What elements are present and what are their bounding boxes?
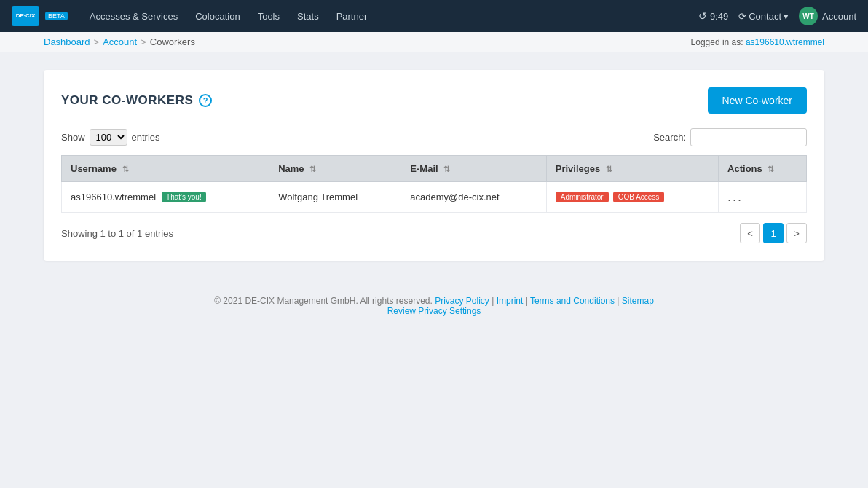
search-input[interactable]: [690, 128, 807, 146]
username-cell: as196610.wtremmel That's you!: [71, 192, 260, 202]
site-footer: © 2021 DE-CIX Management GmbH. All right…: [0, 278, 868, 328]
thats-you-badge: That's you!: [162, 192, 206, 202]
col-name-sort-icon: ⇅: [309, 165, 316, 173]
footer-link-terms[interactable]: Terms and Conditions: [530, 296, 615, 306]
cell-email: academy@de-cix.net: [401, 182, 546, 213]
logged-in-label: Logged in as:: [691, 37, 743, 47]
col-actions[interactable]: Actions ⇅: [719, 156, 807, 182]
footer-copyright: © 2021 DE-CIX Management GmbH. All right…: [214, 296, 433, 306]
col-name-label: Name: [278, 163, 304, 174]
nav-link-tools[interactable]: Tools: [250, 7, 287, 26]
page-title-area: YOUR CO-WORKERS ?: [61, 93, 212, 108]
breadcrumb: Dashboard > Account > Coworkers: [44, 36, 195, 47]
logged-in-user: as196610.wtremmel: [746, 37, 824, 47]
breadcrumb-sep-2: >: [141, 36, 146, 47]
main-content: YOUR CO-WORKERS ? New Co-worker Show 100…: [0, 52, 868, 278]
table-row: as196610.wtremmel That's you! Wolfgang T…: [62, 182, 807, 213]
footer-line-1: © 2021 DE-CIX Management GmbH. All right…: [12, 296, 856, 306]
nav-link-partner[interactable]: Partner: [329, 7, 375, 26]
table-footer: Showing 1 to 1 of 1 entries < 1 >: [61, 223, 807, 243]
pagination-prev[interactable]: <: [740, 223, 760, 243]
privilege-badges: Administrator OOB Access: [556, 192, 709, 202]
search-label: Search:: [653, 132, 686, 143]
nav-link-colocation[interactable]: Colocation: [188, 7, 247, 26]
nav-time: ↺ 9:49: [698, 10, 728, 22]
badge-administrator: Administrator: [556, 192, 609, 202]
card-header: YOUR CO-WORKERS ? New Co-worker: [61, 87, 807, 114]
show-entries: Show 100 10 25 50 entries: [61, 129, 160, 146]
col-privileges-sort-icon: ⇅: [606, 165, 612, 173]
col-username-sort-icon: ⇅: [122, 165, 129, 173]
nav-links: Accesses & Services Colocation Tools Sta…: [82, 7, 684, 26]
nav-link-stats[interactable]: Stats: [290, 7, 326, 26]
col-actions-label: Actions: [727, 163, 762, 174]
entries-label: entries: [132, 132, 160, 143]
col-privileges[interactable]: Privileges ⇅: [546, 156, 718, 182]
clock-time: 9:49: [710, 11, 728, 22]
footer-link-privacy[interactable]: Privacy Policy: [435, 296, 489, 306]
col-privileges-label: Privileges: [556, 163, 600, 174]
table-header-row: Username ⇅ Name ⇅ E-Mail ⇅ Privileges ⇅: [62, 156, 807, 182]
col-email-label: E-Mail: [410, 163, 438, 174]
showing-text: Showing 1 to 1 of 1 entries: [61, 228, 173, 239]
footer-link-sitemap[interactable]: Sitemap: [622, 296, 654, 306]
username-value: as196610.wtremmel: [71, 192, 156, 202]
pagination-next[interactable]: >: [786, 223, 807, 243]
contact-label: Contact: [749, 11, 781, 22]
pagination: < 1 >: [740, 223, 807, 243]
nav-link-accesses[interactable]: Accesses & Services: [82, 7, 185, 26]
actions-menu-button[interactable]: ...: [727, 189, 743, 204]
account-avatar: WT: [799, 7, 818, 25]
footer-link-imprint[interactable]: Imprint: [497, 296, 524, 306]
page-title: YOUR CO-WORKERS: [61, 93, 193, 108]
beta-badge: BETA: [45, 12, 68, 20]
contact-menu[interactable]: ⟳ Contact ▾: [738, 11, 789, 22]
breadcrumb-account[interactable]: Account: [103, 36, 137, 47]
col-username-label: Username: [71, 163, 117, 174]
show-label: Show: [61, 132, 85, 143]
table-head: Username ⇅ Name ⇅ E-Mail ⇅ Privileges ⇅: [62, 156, 807, 182]
badge-oob-access: OOB Access: [613, 192, 665, 202]
cell-name: Wolfgang Tremmel: [269, 182, 401, 213]
breadcrumb-current: Coworkers: [150, 36, 195, 47]
breadcrumb-sep-1: >: [94, 36, 100, 47]
cell-actions: ...: [719, 182, 807, 213]
cell-privileges: Administrator OOB Access: [546, 182, 718, 213]
email-value: academy@de-cix.net: [410, 192, 499, 202]
col-name[interactable]: Name ⇅: [269, 156, 401, 182]
new-coworker-button[interactable]: New Co-worker: [708, 87, 807, 114]
brand-logo-area: DE·CIX BETA: [12, 6, 68, 26]
breadcrumb-dashboard[interactable]: Dashboard: [44, 36, 90, 47]
table-body: as196610.wtremmel That's you! Wolfgang T…: [62, 182, 807, 213]
footer-line-2: Review Privacy Settings: [12, 306, 856, 316]
help-icon[interactable]: ?: [199, 94, 212, 107]
name-value: Wolfgang Tremmel: [278, 192, 358, 202]
cell-username: as196610.wtremmel That's you!: [62, 182, 269, 213]
contact-dropdown-icon: ▾: [784, 11, 789, 22]
coworkers-table: Username ⇅ Name ⇅ E-Mail ⇅ Privileges ⇅: [61, 155, 807, 213]
entries-select[interactable]: 100 10 25 50: [90, 129, 127, 146]
col-email[interactable]: E-Mail ⇅: [401, 156, 546, 182]
footer-review-privacy[interactable]: Review Privacy Settings: [387, 306, 481, 316]
table-controls: Show 100 10 25 50 entries Search:: [61, 128, 807, 146]
coworkers-card: YOUR CO-WORKERS ? New Co-worker Show 100…: [44, 70, 824, 261]
de-cix-logo: DE·CIX: [12, 6, 39, 26]
pagination-page-1[interactable]: 1: [763, 223, 784, 243]
logged-in-info: Logged in as: as196610.wtremmel: [691, 37, 824, 47]
search-box: Search:: [653, 128, 807, 146]
col-username[interactable]: Username ⇅: [62, 156, 269, 182]
col-email-sort-icon: ⇅: [443, 165, 450, 173]
breadcrumb-bar: Dashboard > Account > Coworkers Logged i…: [0, 32, 868, 52]
navbar: DE·CIX BETA Accesses & Services Colocati…: [0, 0, 868, 32]
col-actions-sort-icon: ⇅: [768, 165, 774, 173]
nav-right: ↺ 9:49 ⟳ Contact ▾ WT Account: [698, 7, 856, 25]
account-label: Account: [822, 11, 856, 22]
account-menu[interactable]: WT Account: [799, 7, 856, 25]
